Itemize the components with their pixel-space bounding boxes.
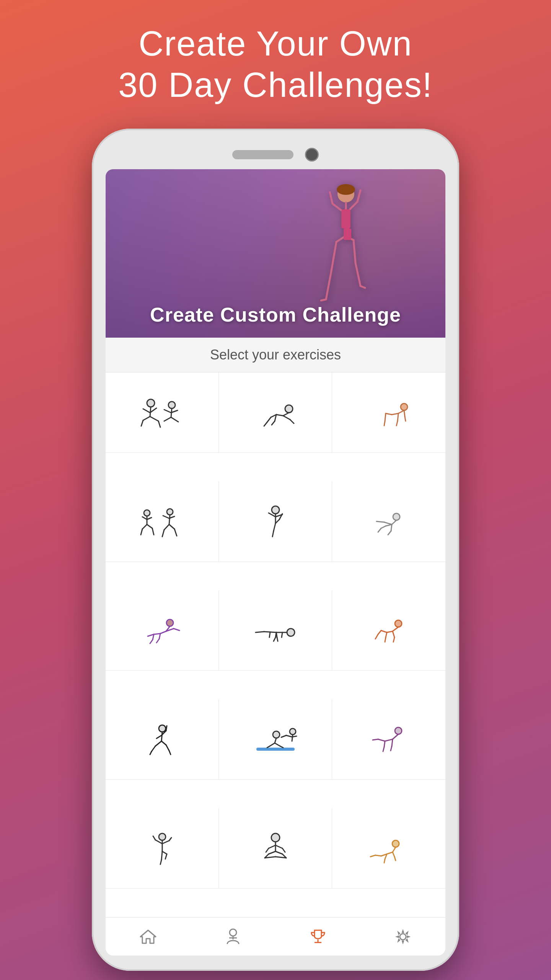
svg-point-128 bbox=[273, 731, 280, 738]
svg-line-80 bbox=[378, 528, 381, 532]
exercise-cell-11[interactable] bbox=[219, 699, 332, 780]
svg-line-142 bbox=[392, 739, 393, 746]
exercise-cell-8[interactable] bbox=[219, 590, 332, 671]
exercise-cell-5[interactable] bbox=[219, 482, 332, 562]
svg-line-10 bbox=[354, 240, 355, 263]
exercise-cell-2[interactable] bbox=[219, 372, 332, 453]
svg-line-31 bbox=[171, 417, 178, 422]
svg-line-145 bbox=[383, 747, 384, 751]
svg-line-132 bbox=[267, 746, 270, 748]
svg-line-12 bbox=[360, 286, 365, 288]
svg-line-88 bbox=[154, 634, 160, 634]
svg-line-140 bbox=[393, 734, 398, 739]
exercise-cell-13[interactable] bbox=[106, 808, 219, 889]
exercise-cell-15[interactable] bbox=[332, 808, 445, 889]
svg-line-66 bbox=[162, 530, 164, 537]
phone-speaker bbox=[232, 150, 293, 159]
exercise-cell-10[interactable] bbox=[106, 699, 219, 780]
svg-line-77 bbox=[392, 520, 396, 524]
svg-line-15 bbox=[321, 299, 326, 301]
svg-line-109 bbox=[381, 630, 387, 632]
svg-line-48 bbox=[385, 413, 386, 421]
svg-line-58 bbox=[141, 529, 142, 535]
svg-line-57 bbox=[147, 524, 152, 528]
svg-line-83 bbox=[384, 522, 392, 524]
svg-line-20 bbox=[143, 409, 150, 413]
svg-line-104 bbox=[282, 632, 282, 637]
svg-point-170 bbox=[392, 840, 399, 847]
svg-line-44 bbox=[392, 413, 398, 415]
svg-line-157 bbox=[165, 854, 167, 859]
svg-line-143 bbox=[391, 746, 392, 751]
svg-line-22 bbox=[143, 416, 150, 420]
svg-line-146 bbox=[378, 739, 385, 741]
svg-line-25 bbox=[158, 421, 160, 427]
svg-line-103 bbox=[277, 637, 278, 641]
svg-line-43 bbox=[398, 410, 404, 413]
phone-camera bbox=[305, 148, 319, 162]
nav-settings[interactable] bbox=[384, 923, 422, 950]
exercise-cell-12[interactable] bbox=[332, 699, 445, 780]
svg-line-119 bbox=[166, 726, 167, 731]
svg-line-13 bbox=[331, 242, 336, 271]
svg-line-108 bbox=[387, 631, 393, 632]
svg-line-107 bbox=[393, 627, 398, 631]
svg-point-148 bbox=[159, 833, 166, 840]
svg-line-110 bbox=[393, 631, 395, 637]
exercise-cell-7[interactable] bbox=[106, 590, 219, 671]
exercise-cell-3[interactable] bbox=[332, 372, 445, 453]
svg-point-32 bbox=[285, 405, 293, 413]
exercise-cell-6[interactable] bbox=[332, 482, 445, 562]
svg-line-123 bbox=[169, 751, 171, 755]
svg-line-130 bbox=[270, 743, 275, 746]
svg-line-125 bbox=[152, 746, 155, 751]
nav-person[interactable] bbox=[214, 923, 252, 950]
svg-line-117 bbox=[161, 732, 162, 741]
svg-line-112 bbox=[386, 632, 387, 637]
nav-trophy[interactable] bbox=[299, 923, 337, 950]
svg-point-18 bbox=[147, 399, 155, 407]
svg-line-30 bbox=[164, 417, 171, 421]
svg-line-59 bbox=[152, 528, 154, 535]
exercise-cell-4[interactable] bbox=[106, 482, 219, 562]
svg-line-120 bbox=[156, 735, 161, 738]
svg-line-111 bbox=[393, 637, 395, 642]
svg-line-163 bbox=[282, 848, 285, 852]
svg-line-121 bbox=[161, 741, 166, 745]
select-exercises-bar: Select your exercises bbox=[106, 338, 445, 372]
svg-line-49 bbox=[384, 421, 385, 426]
svg-line-99 bbox=[256, 632, 264, 632]
svg-point-1 bbox=[337, 184, 355, 195]
phone-screen: Create Custom Challenge Select your exer… bbox=[106, 169, 445, 956]
svg-point-85 bbox=[166, 619, 173, 626]
svg-point-186 bbox=[400, 934, 406, 940]
svg-line-28 bbox=[164, 410, 171, 413]
svg-line-24 bbox=[141, 420, 143, 426]
svg-point-139 bbox=[395, 727, 402, 734]
svg-point-96 bbox=[287, 629, 295, 636]
svg-line-122 bbox=[166, 745, 169, 751]
svg-line-34 bbox=[276, 415, 283, 416]
svg-line-67 bbox=[174, 529, 177, 536]
svg-line-40 bbox=[283, 416, 290, 420]
hero-title: Create Custom Challenge bbox=[150, 303, 401, 338]
svg-line-175 bbox=[395, 857, 396, 861]
svg-line-115 bbox=[375, 634, 378, 639]
svg-line-46 bbox=[398, 413, 398, 421]
phone-top-bar bbox=[106, 144, 445, 169]
exercise-cell-9[interactable] bbox=[332, 590, 445, 671]
exercise-cell-14[interactable] bbox=[219, 808, 332, 889]
svg-point-181 bbox=[230, 929, 236, 936]
svg-line-137 bbox=[281, 735, 286, 737]
svg-line-54 bbox=[142, 517, 147, 519]
svg-line-178 bbox=[375, 855, 381, 856]
bottom-navigation bbox=[106, 917, 445, 956]
svg-line-154 bbox=[161, 851, 162, 860]
nav-home[interactable] bbox=[129, 923, 167, 950]
svg-point-76 bbox=[393, 513, 400, 520]
svg-point-68 bbox=[272, 506, 279, 514]
svg-point-116 bbox=[159, 725, 166, 732]
svg-point-106 bbox=[395, 620, 402, 627]
svg-line-51 bbox=[405, 416, 406, 421]
exercise-cell-1[interactable] bbox=[106, 372, 219, 453]
